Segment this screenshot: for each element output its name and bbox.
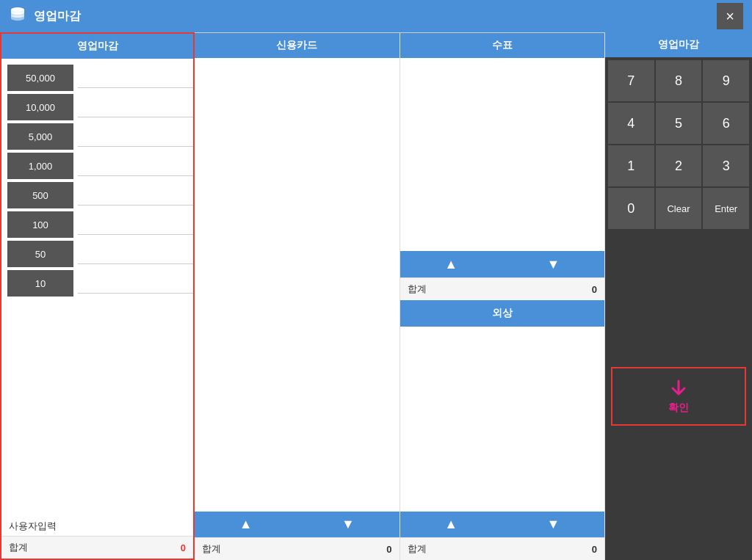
numpad: 7894561230ClearEnter	[605, 57, 752, 232]
card-panel-header: 신용카드	[195, 33, 400, 58]
cheque-extra-content	[400, 327, 605, 511]
denomination-button[interactable]: 5,000	[7, 123, 73, 150]
denomination-button[interactable]: 50	[7, 241, 73, 267]
denomination-input[interactable]	[78, 126, 193, 147]
cheque-bottom-nav: ▲ ▼	[400, 511, 605, 537]
middle-panels: 신용카드 ▲ ▼ 합계 0 수표 ▲ ▼ 합계 0 외상	[195, 32, 605, 560]
card-down-button[interactable]: ▼	[297, 511, 399, 537]
denomination-input[interactable]	[78, 273, 193, 294]
denomination-row: 500	[7, 182, 187, 208]
right-panel: 영업마감 7894561230ClearEnter 확인	[605, 32, 752, 560]
card-panel: 신용카드 ▲ ▼ 합계 0	[195, 33, 400, 560]
card-total-value: 0	[386, 544, 391, 555]
card-nav-row: ▲ ▼	[195, 511, 400, 537]
numpad-header: 영업마감	[605, 32, 752, 57]
denomination-button[interactable]: 1,000	[7, 153, 73, 179]
cheque-total-label: 합계	[408, 542, 427, 556]
denomination-input[interactable]	[78, 244, 193, 264]
left-total-label: 합계	[9, 541, 28, 554]
denomination-row: 100	[7, 211, 187, 238]
cheque-total-value: 0	[592, 544, 597, 555]
cheque-panel: 수표 ▲ ▼ 합계 0 외상 ▲ ▼ 합계 0	[400, 33, 606, 560]
left-total-row: 합계 0	[1, 536, 193, 559]
cheque-bottom-up-button[interactable]: ▲	[400, 511, 502, 537]
user-input-label: 사용자입력	[1, 515, 193, 536]
cheque-sum-label: 합계	[408, 283, 427, 296]
num-btn-7[interactable]: 7	[608, 60, 654, 101]
cheque-nav-btns: ▲ ▼	[400, 251, 605, 277]
denomination-row: 50	[7, 241, 187, 267]
main-container: 영업마감 50,000 10,000 5,000 1,000 500 100 5…	[0, 32, 752, 560]
denomination-button[interactable]: 10,000	[7, 94, 73, 120]
title-close-button[interactable]: ×	[717, 3, 743, 29]
cheque-total-row: 합계 0	[400, 537, 605, 560]
left-panel-header: 영업마감	[1, 34, 193, 59]
cheque-sum-row: 합계 0	[400, 277, 605, 300]
denomination-row: 5,000	[7, 123, 187, 150]
card-total-row: 합계 0	[195, 537, 400, 560]
app-title: 영업마감	[34, 9, 81, 24]
denomination-row: 10,000	[7, 94, 187, 120]
denomination-input[interactable]	[78, 214, 193, 235]
num-btn-6[interactable]: 6	[703, 103, 749, 144]
title-bar-right: ×	[717, 3, 743, 29]
denomination-button[interactable]: 50,000	[7, 65, 73, 91]
num-btn-0[interactable]: 0	[608, 188, 654, 229]
denomination-button[interactable]: 500	[7, 182, 73, 208]
cheque-up-button[interactable]: ▲	[400, 251, 502, 277]
app-icon	[9, 6, 26, 27]
left-total-value: 0	[181, 542, 186, 553]
left-panel: 영업마감 50,000 10,000 5,000 1,000 500 100 5…	[0, 32, 195, 560]
confirm-icon	[668, 378, 689, 399]
clear-button[interactable]: Clear	[656, 188, 702, 229]
num-btn-4[interactable]: 4	[608, 103, 654, 144]
denomination-row: 10	[7, 270, 187, 297]
enter-button[interactable]: Enter	[703, 188, 749, 229]
num-btn-1[interactable]: 1	[608, 145, 654, 186]
cheque-credit-button[interactable]: 외상	[400, 300, 605, 327]
cheque-panel-header: 수표	[400, 33, 605, 58]
title-bar: 영업마감 ×	[0, 0, 752, 32]
cheque-sum-value: 0	[592, 284, 597, 295]
card-up-button[interactable]: ▲	[195, 511, 297, 537]
confirm-btn-area: 확인	[605, 232, 752, 560]
cheque-panel-content	[400, 58, 605, 251]
num-btn-2[interactable]: 2	[656, 145, 702, 186]
denomination-row: 50,000	[7, 65, 187, 91]
denomination-button[interactable]: 10	[7, 270, 73, 297]
confirm-button[interactable]: 확인	[611, 367, 746, 426]
card-panel-content	[195, 58, 400, 511]
cheque-down-button[interactable]: ▼	[502, 251, 604, 277]
denomination-input[interactable]	[78, 156, 193, 176]
num-btn-8[interactable]: 8	[656, 60, 702, 101]
cheque-bottom-down-button[interactable]: ▼	[502, 511, 604, 537]
card-total-label: 합계	[202, 542, 221, 556]
denomination-input[interactable]	[78, 68, 193, 88]
denomination-input[interactable]	[78, 185, 193, 206]
num-btn-3[interactable]: 3	[703, 145, 749, 186]
denomination-row: 1,000	[7, 153, 187, 179]
denomination-list: 50,000 10,000 5,000 1,000 500 100 50 10	[1, 59, 193, 515]
denomination-button[interactable]: 100	[7, 211, 73, 238]
confirm-label: 확인	[668, 401, 689, 415]
denomination-input[interactable]	[78, 97, 193, 117]
num-btn-5[interactable]: 5	[656, 103, 702, 144]
num-btn-9[interactable]: 9	[703, 60, 749, 101]
